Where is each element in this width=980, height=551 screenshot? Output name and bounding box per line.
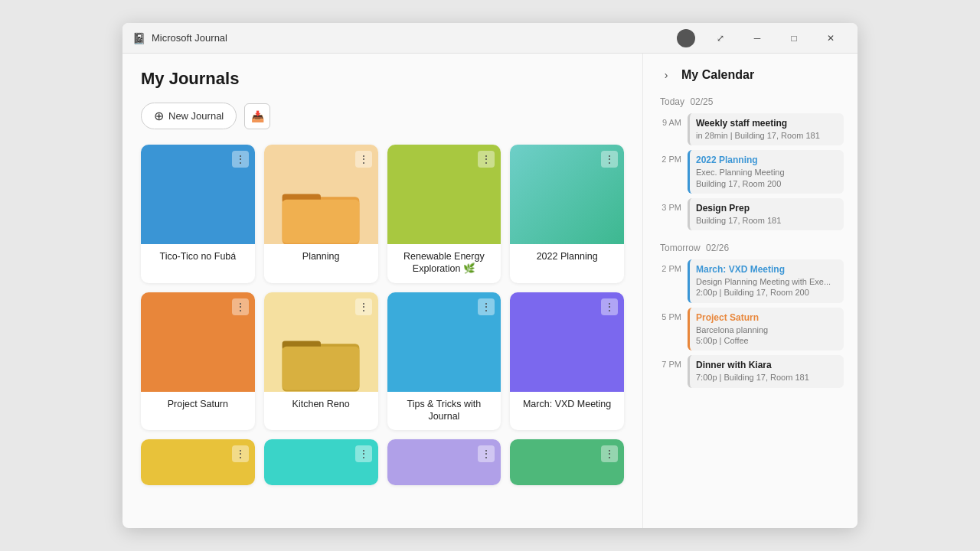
new-journal-button[interactable]: ⊕ New Journal bbox=[141, 103, 237, 129]
titlebar: 📓 Microsoft Journal ⤢ ─ □ ✕ bbox=[122, 23, 858, 54]
card-menu-4[interactable]: ⋮ bbox=[601, 151, 618, 168]
event-card-2[interactable]: 2022 Planning Exec. Planning Meeting Bui… bbox=[688, 150, 844, 194]
import-icon: 📥 bbox=[251, 110, 264, 122]
user-avatar[interactable] bbox=[677, 29, 695, 47]
journals-grid: ⋮ Tico-Tico no Fubá ⋮ Planning bbox=[141, 145, 624, 485]
card-menu-2[interactable]: ⋮ bbox=[355, 151, 372, 168]
journal-name-4: 2022 Planning bbox=[510, 244, 624, 270]
event-detail-3: Building 17, Room 181 bbox=[696, 215, 838, 226]
journal-thumb-8: ⋮ bbox=[510, 292, 624, 392]
journal-card-12[interactable]: ⋮ bbox=[510, 439, 624, 485]
folder-svg-2 bbox=[279, 181, 363, 245]
card-menu-3[interactable]: ⋮ bbox=[478, 151, 495, 168]
event-detail-2a: Exec. Planning Meeting bbox=[696, 167, 838, 178]
card-menu-6[interactable]: ⋮ bbox=[355, 298, 372, 315]
event-slot-5: 5 PM Project Saturn Barcelona planning 5… bbox=[657, 308, 844, 351]
time-4: 2 PM bbox=[657, 259, 681, 273]
maximize-button[interactable]: □ bbox=[776, 26, 812, 51]
card-menu-1[interactable]: ⋮ bbox=[232, 151, 249, 168]
event-detail-1: in 28min | Building 17, Room 181 bbox=[696, 130, 838, 141]
journal-card-8[interactable]: ⋮ March: VXD Meeting bbox=[510, 292, 624, 431]
resize-button[interactable]: ⤢ bbox=[703, 26, 738, 51]
journal-name-6: Kitchen Reno bbox=[264, 392, 378, 418]
event-slot-3: 3 PM Design Prep Building 17, Room 181 bbox=[657, 198, 844, 230]
calendar-title: My Calendar bbox=[681, 68, 754, 82]
journal-thumb-7: ⋮ bbox=[387, 292, 501, 392]
event-slot-6: 7 PM Dinner with Kiara 7:00p | Building … bbox=[657, 355, 844, 387]
journal-card-11[interactable]: ⋮ bbox=[387, 439, 501, 485]
toolbar: ⊕ New Journal 📥 bbox=[141, 103, 624, 129]
time-5: 5 PM bbox=[657, 308, 681, 321]
calendar-toggle-button[interactable]: › bbox=[657, 66, 675, 84]
journal-card-1[interactable]: ⋮ Tico-Tico no Fubá bbox=[141, 145, 255, 283]
journal-name-2: Planning bbox=[264, 244, 378, 270]
plus-icon: ⊕ bbox=[154, 109, 164, 123]
journal-card-2[interactable]: ⋮ Planning bbox=[264, 145, 378, 283]
event-card-4[interactable]: March: VXD Meeting Design Planning Meeti… bbox=[688, 259, 844, 303]
card-menu-5[interactable]: ⋮ bbox=[232, 298, 249, 315]
event-detail-4a: Design Planning Meeting with Exe... bbox=[696, 276, 838, 287]
journal-card-7[interactable]: ⋮ Tips & Tricks with Journal bbox=[387, 292, 501, 431]
card-menu-10[interactable]: ⋮ bbox=[355, 445, 372, 462]
event-title-6: Dinner with Kiara bbox=[696, 360, 838, 370]
journal-thumb-3: ⋮ bbox=[387, 145, 501, 244]
import-button[interactable]: 📥 bbox=[244, 103, 270, 129]
folder-svg-6 bbox=[279, 328, 363, 392]
journal-card-9[interactable]: ⋮ bbox=[141, 439, 255, 485]
journal-name-5: Project Saturn bbox=[141, 392, 255, 418]
card-menu-11[interactable]: ⋮ bbox=[478, 445, 495, 462]
journal-thumb-5: ⋮ bbox=[141, 292, 255, 392]
app-icon: 📓 bbox=[132, 31, 145, 45]
event-detail-6: 7:00p | Building 17, Room 181 bbox=[696, 372, 838, 383]
event-title-2: 2022 Planning bbox=[696, 155, 838, 165]
event-title-4: March: VXD Meeting bbox=[696, 264, 838, 275]
journal-thumb-12: ⋮ bbox=[510, 439, 624, 485]
event-detail-2b: Building 17, Room 200 bbox=[696, 178, 838, 189]
journal-name-7: Tips & Tricks with Journal bbox=[387, 392, 501, 431]
calendar-panel: › My Calendar Today 02/25 9 AM Weekly st… bbox=[643, 54, 858, 528]
app-content: My Journals ⊕ New Journal 📥 ⋮ Tico-Tico … bbox=[122, 54, 858, 528]
today-section: Today 02/25 9 AM Weekly staff meeting in… bbox=[657, 96, 844, 230]
main-panel: My Journals ⊕ New Journal 📥 ⋮ Tico-Tico … bbox=[122, 54, 643, 528]
app-window: 📓 Microsoft Journal ⤢ ─ □ ✕ My Journals … bbox=[122, 23, 858, 528]
journal-name-1: Tico-Tico no Fubá bbox=[141, 244, 255, 270]
event-detail-4b: 2:00p | Building 17, Room 200 bbox=[696, 287, 838, 298]
event-card-1[interactable]: Weekly staff meeting in 28min | Building… bbox=[688, 113, 844, 145]
new-journal-label: New Journal bbox=[168, 110, 224, 122]
time-3: 3 PM bbox=[657, 198, 681, 212]
journal-name-3: Renewable Energy Exploration 🌿 bbox=[387, 244, 501, 283]
event-slot-4: 2 PM March: VXD Meeting Design Planning … bbox=[657, 259, 844, 303]
card-menu-8[interactable]: ⋮ bbox=[601, 298, 618, 315]
event-card-3[interactable]: Design Prep Building 17, Room 181 bbox=[688, 198, 844, 230]
minimize-button[interactable]: ─ bbox=[740, 26, 775, 51]
event-title-3: Design Prep bbox=[696, 203, 838, 214]
journal-card-6[interactable]: ⋮ Kitchen Reno bbox=[264, 292, 378, 431]
close-button[interactable]: ✕ bbox=[813, 26, 848, 51]
event-title-5: Project Saturn bbox=[696, 312, 838, 323]
time-1: 9 AM bbox=[657, 113, 681, 127]
app-title: Microsoft Journal bbox=[152, 32, 677, 44]
journal-thumb-10: ⋮ bbox=[264, 439, 378, 485]
svg-rect-5 bbox=[283, 347, 360, 390]
journal-card-3[interactable]: ⋮ Renewable Energy Exploration 🌿 bbox=[387, 145, 501, 283]
journal-thumb-9: ⋮ bbox=[141, 439, 255, 485]
today-header: Today 02/25 bbox=[657, 96, 844, 107]
journal-thumb-1: ⋮ bbox=[141, 145, 255, 244]
page-title: My Journals bbox=[141, 69, 624, 89]
event-title-1: Weekly staff meeting bbox=[696, 118, 838, 129]
event-detail-5a: Barcelona planning bbox=[696, 324, 838, 335]
event-card-6[interactable]: Dinner with Kiara 7:00p | Building 17, R… bbox=[688, 355, 844, 387]
time-2: 2 PM bbox=[657, 150, 681, 164]
window-controls: ⤢ ─ □ ✕ bbox=[677, 26, 848, 51]
card-menu-7[interactable]: ⋮ bbox=[478, 298, 495, 315]
tomorrow-section: Tomorrow 02/26 2 PM March: VXD Meeting D… bbox=[657, 243, 844, 387]
card-menu-12[interactable]: ⋮ bbox=[601, 445, 618, 462]
journal-name-8: March: VXD Meeting bbox=[510, 392, 624, 418]
journal-card-10[interactable]: ⋮ bbox=[264, 439, 378, 485]
journal-thumb-11: ⋮ bbox=[387, 439, 501, 485]
journal-card-5[interactable]: ⋮ Project Saturn bbox=[141, 292, 255, 431]
event-card-5[interactable]: Project Saturn Barcelona planning 5:00p … bbox=[688, 308, 844, 351]
journal-card-4[interactable]: ⋮ 2022 Planning bbox=[510, 145, 624, 283]
card-menu-9[interactable]: ⋮ bbox=[232, 445, 249, 462]
event-detail-5b: 5:00p | Coffee bbox=[696, 335, 838, 346]
